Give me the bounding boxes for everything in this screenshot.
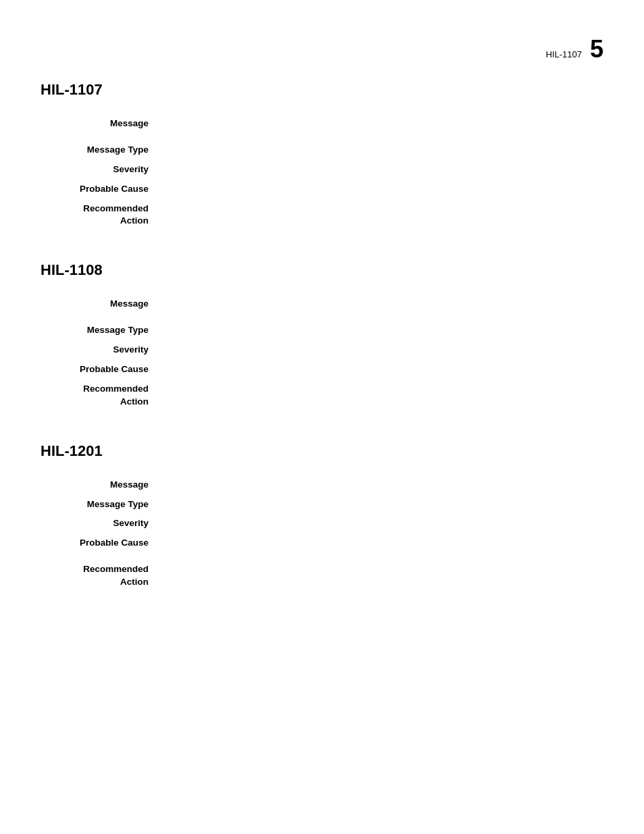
field-row-message-1108: Message [54,298,603,311]
entry-fields-hil-1107: Message Message Type Severity Probable C… [54,118,603,228]
field-label-message-type-1108: Message Type [54,324,162,337]
field-label-recommended-action-1201: Recommended Action [54,563,162,589]
field-row-recommended-action-1108: Recommended Action [54,383,603,409]
field-row-severity-1108: Severity [54,344,603,357]
entry-title-hil-1108: HIL-1108 [41,261,603,279]
page-number: 5 [590,35,603,63]
field-label-severity-1108: Severity [54,344,162,357]
field-row-severity-1107: Severity [54,163,603,176]
field-label-probable-cause-1107: Probable Cause [54,183,162,196]
field-row-recommended-action-1107: Recommended Action [54,203,603,228]
entry-title-hil-1201: HIL-1201 [41,442,603,460]
field-row-message-type-1107: Message Type [54,144,603,157]
main-content: HIL-1107 Message Message Type Severity P… [0,0,644,663]
entry-hil-1201: HIL-1201 Message Message Type Severity P… [41,442,603,589]
field-row-message-1201: Message [54,479,603,492]
field-row-probable-cause-1107: Probable Cause [54,183,603,196]
field-label-severity-1201: Severity [54,517,162,530]
field-row-message-1107: Message [54,118,603,130]
field-label-recommended-action-1108: Recommended Action [54,383,162,409]
field-row-recommended-action-1201: Recommended Action [54,563,603,589]
field-row-probable-cause-1108: Probable Cause [54,363,603,376]
field-label-probable-cause-1108: Probable Cause [54,363,162,376]
page-header: HIL-1107 5 [545,35,603,63]
entry-title-hil-1107: HIL-1107 [41,81,603,99]
entry-hil-1108: HIL-1108 Message Message Type Severity P… [41,261,603,408]
field-label-probable-cause-1201: Probable Cause [54,537,162,550]
field-label-message-1108: Message [54,298,162,311]
entry-fields-hil-1201: Message Message Type Severity Probable C… [54,479,603,589]
field-label-severity-1107: Severity [54,163,162,176]
field-row-message-type-1108: Message Type [54,324,603,337]
field-row-probable-cause-1201: Probable Cause [54,537,603,550]
page-header-label: HIL-1107 [545,49,581,59]
field-label-message-type-1107: Message Type [54,144,162,157]
field-row-message-type-1201: Message Type [54,498,603,511]
field-row-severity-1201: Severity [54,517,603,530]
field-label-message-1201: Message [54,479,162,492]
field-label-recommended-action-1107: Recommended Action [54,203,162,228]
entry-fields-hil-1108: Message Message Type Severity Probable C… [54,298,603,408]
entry-hil-1107: HIL-1107 Message Message Type Severity P… [41,81,603,228]
field-label-message-1107: Message [54,118,162,130]
field-label-message-type-1201: Message Type [54,498,162,511]
